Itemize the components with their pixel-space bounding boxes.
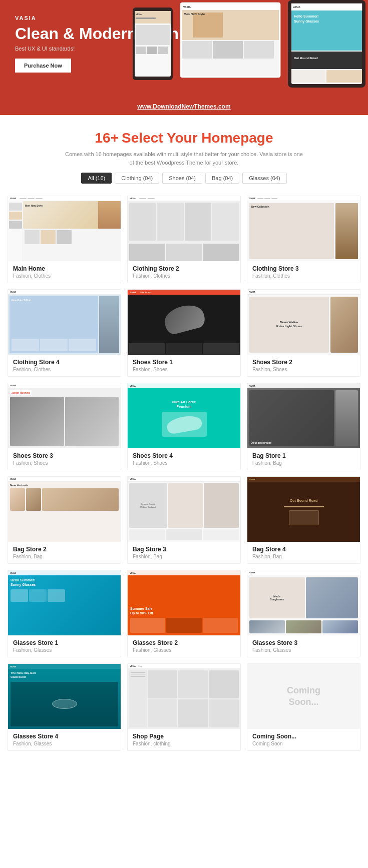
item-tags-13: Fashion, Glasses — [133, 647, 235, 653]
list-item[interactable]: VASIA Men'sSunglasses Glasses Store 3 Fa… — [247, 570, 360, 657]
item-name-10: Bag Store 3 — [133, 546, 235, 553]
item-info-17: Coming Soon... Coming Soon — [247, 729, 360, 750]
homepage-grid: VASIA M — [8, 196, 360, 751]
svg-text:VASIA: VASIA — [293, 6, 300, 9]
item-thumbnail-11: VASIA Out Bound Road — [247, 477, 360, 542]
item-tags-12: Fashion, Glasses — [13, 647, 116, 653]
item-thumbnail-15: VASIA The New Ray-BanClubround — [8, 664, 121, 729]
item-name-17: Coming Soon... — [252, 733, 355, 740]
item-thumbnail-4: VASIA Nike Air Max — [128, 290, 240, 355]
item-thumbnail-9: VASIA New Arrivals — [8, 477, 121, 542]
item-thumbnail-14: VASIA Men'sSunglasses — [247, 570, 360, 635]
item-tags-2: Fashion, Clothes — [252, 273, 355, 279]
item-tags-15: Fashion, Glasses — [13, 741, 116, 746]
item-name-14: Glasses Store 3 — [252, 639, 355, 646]
item-info-12: Glasses Store 1 Fashion, Glasses — [8, 635, 121, 657]
item-thumbnail-3: VASIA New Polo T-Shirt — [8, 290, 121, 355]
item-tags-8: Fashion, Bag — [252, 460, 355, 466]
svg-text:Sunny Glasses: Sunny Glasses — [294, 20, 319, 24]
item-tags-5: Fashion, Shoes — [252, 367, 355, 372]
list-item[interactable]: VASIA M — [8, 196, 121, 283]
svg-rect-21 — [291, 4, 362, 11]
tab-clothing[interactable]: Clothing (04) — [115, 173, 159, 184]
list-item[interactable]: VASIA Shop — [127, 663, 241, 751]
item-name-12: Glasses Store 1 — [13, 639, 116, 646]
item-tags-1: Fashion, Clothes — [133, 273, 235, 279]
item-tags-9: Fashion, Bag — [13, 554, 116, 559]
item-info-7: Shoes Store 4 Fashion, Shoes — [128, 448, 240, 470]
svg-rect-29 — [326, 70, 362, 83]
list-item[interactable]: VASIA Out Bound Road Bag Store 4 Fashion… — [247, 476, 360, 564]
filter-tabs: All (16) Clothing (04) Shoes (04) Bag (0… — [10, 173, 358, 184]
svg-rect-18 — [244, 41, 274, 59]
list-item[interactable]: VASIA Summer SaleUp to 50% Off Glasses S… — [127, 570, 241, 657]
item-info-11: Bag Store 4 Fashion, Bag — [247, 542, 360, 563]
item-name-1: Clothing Store 2 — [133, 265, 235, 272]
list-item[interactable]: VASIA The New Ray-BanClubround Glasses S… — [8, 663, 121, 751]
hero-section: VASIA Clean & Modern Fashion theme! Best… — [0, 0, 368, 115]
list-item[interactable]: VASIA New Arrivals Bag Store 2 Fashion, … — [8, 476, 121, 564]
item-name-5: Shoes Store 2 — [252, 359, 355, 366]
svg-rect-6 — [136, 47, 146, 54]
tab-bag[interactable]: Bag (04) — [205, 173, 239, 184]
list-item[interactable]: VASIA Nike Air Max Shoes Store 1 Fashion… — [127, 289, 241, 377]
item-thumbnail-8: VASIA Asus BackPacks — [247, 383, 360, 448]
item-thumbnail-12: VASIA Hello Summer!Sunny Glasses — [8, 570, 121, 635]
item-name-7: Shoes Store 4 — [133, 452, 235, 459]
list-item[interactable]: VASIA Sesame PrintedMedium Backpack Bag … — [127, 476, 241, 564]
list-item[interactable]: ComingSoon... Coming Soon... Coming Soon — [247, 663, 360, 751]
item-tags-4: Fashion, Shoes — [133, 367, 235, 372]
tab-glasses[interactable]: Glasses (04) — [242, 173, 286, 184]
list-item[interactable]: VASIA Moon WalkerExtra Light Shoes Shoes… — [247, 289, 360, 377]
select-section: 16+ Select Your Homepage Comes with 16 h… — [0, 115, 368, 191]
item-info-9: Bag Store 2 Fashion, Bag — [8, 542, 121, 563]
item-name-15: Glasses Store 4 — [13, 733, 116, 740]
item-info-6: Shoes Store 3 Fashion, Shoes — [8, 448, 121, 470]
list-item[interactable]: VASIA Asus BackPacks Bag Store 1 Fashion… — [247, 383, 360, 470]
list-item[interactable]: VASIA Hello Summer!Sunny Glasses Glasses… — [8, 570, 121, 657]
item-name-4: Shoes Store 1 — [133, 359, 235, 366]
item-info-1: Clothing Store 2 Fashion, Clothes — [128, 261, 240, 283]
item-name-13: Glasses Store 2 — [133, 639, 235, 646]
list-item[interactable]: VASIA Clothing Store 2 Fash — [127, 196, 241, 283]
item-name-0: Main Home — [13, 265, 116, 272]
svg-rect-16 — [182, 41, 212, 59]
item-tags-11: Fashion, Bag — [252, 554, 355, 559]
svg-text:Hello Summer!: Hello Summer! — [294, 15, 318, 18]
item-info-2: Clothing Store 3 Fashion, Clothes — [247, 261, 360, 283]
list-item[interactable]: VASIA New Polo T-Shirt Clothing St — [8, 289, 121, 377]
hero-url: www.DownloadNewThemes.com — [137, 103, 230, 110]
item-thumbnail-13: VASIA Summer SaleUp to 50% Off — [128, 570, 240, 635]
item-info-4: Shoes Store 1 Fashion, Shoes — [128, 355, 240, 376]
svg-text:VASIA: VASIA — [136, 13, 142, 16]
svg-rect-7 — [147, 47, 157, 54]
item-name-3: Clothing Store 4 — [13, 359, 116, 366]
svg-rect-28 — [291, 70, 325, 83]
item-info-14: Glasses Store 3 Fashion, Glasses — [247, 635, 360, 657]
list-item[interactable]: VASIA Junior Running Shoes Store 3 Fashi… — [8, 383, 121, 470]
item-tags-16: Fashion, clothing — [133, 741, 235, 746]
item-thumbnail-7: VASIA Nike Air ForcePremium — [128, 383, 240, 448]
item-thumbnail-16: VASIA Shop — [128, 664, 240, 729]
svg-rect-8 — [158, 47, 168, 54]
item-info-10: Bag Store 3 Fashion, Bag — [128, 542, 240, 563]
item-thumbnail-17: ComingSoon... — [247, 664, 360, 729]
svg-rect-11 — [182, 4, 279, 10]
item-tags-7: Fashion, Shoes — [133, 460, 235, 466]
item-tags-10: Fashion, Bag — [133, 554, 235, 559]
svg-rect-4 — [136, 18, 156, 19]
hero-mockup-svg: VASIA VASIA Men New Style VASIA Hello Su… — [128, 0, 368, 115]
svg-text:Men New Style: Men New Style — [184, 13, 205, 16]
select-badge: 16+ — [95, 130, 119, 146]
item-tags-3: Fashion, Clothes — [13, 367, 116, 372]
purchase-now-button[interactable]: Purchase Now — [15, 59, 71, 73]
item-info-5: Shoes Store 2 Fashion, Shoes — [247, 355, 360, 376]
hero-mockup: VASIA VASIA Men New Style VASIA Hello Su… — [128, 0, 368, 115]
item-name-11: Bag Store 4 — [252, 546, 355, 553]
item-name-6: Shoes Store 3 — [13, 452, 116, 459]
tab-all[interactable]: All (16) — [81, 173, 112, 184]
tab-shoes[interactable]: Shoes (04) — [162, 173, 202, 184]
list-item[interactable]: VASIA New Collection Clothing Store 3 — [247, 196, 360, 283]
list-item[interactable]: VASIA Nike Air ForcePremium Shoes Store … — [127, 383, 241, 470]
item-tags-17: Coming Soon — [252, 741, 355, 746]
